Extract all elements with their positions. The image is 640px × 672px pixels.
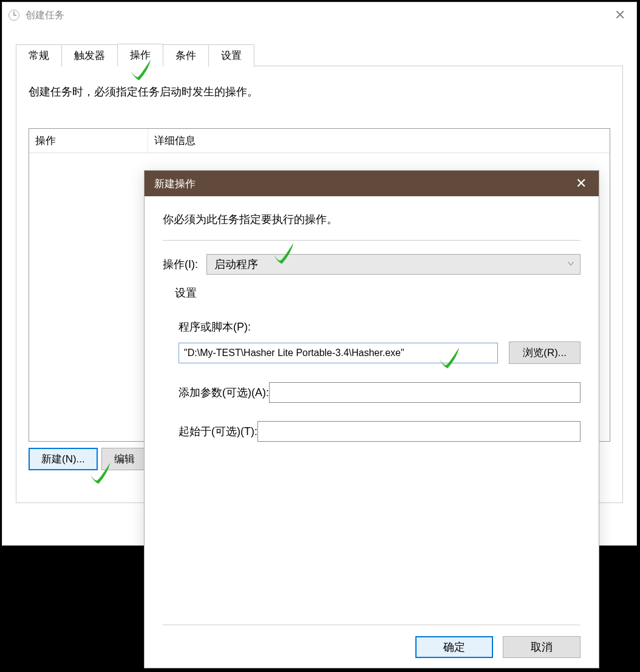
args-label: 添加参数(可选)(A): <box>179 385 269 400</box>
action-type-label: 操作(I): <box>163 257 198 272</box>
settings-label: 设置 <box>175 286 580 300</box>
cancel-button[interactable]: 取消 <box>503 636 580 658</box>
background-left <box>0 546 144 672</box>
col-action[interactable]: 操作 <box>29 129 148 153</box>
tab-settings[interactable]: 设置 <box>208 44 254 67</box>
new-action-button[interactable]: 新建(N)... <box>29 448 98 470</box>
action-type-value: 启动程序 <box>214 257 258 272</box>
clock-icon <box>9 10 19 21</box>
col-details[interactable]: 详细信息 <box>148 129 610 153</box>
program-label: 程序或脚本(P): <box>179 320 580 334</box>
new-action-dialog: 新建操作 ✕ 你必须为此任务指定要执行的操作。 操作(I): 启动程序 设置 程… <box>144 170 599 668</box>
tab-general[interactable]: 常规 <box>16 44 62 67</box>
parent-titlebar: 创建任务 ✕ <box>2 2 636 28</box>
background-right <box>599 546 640 672</box>
actions-list-header: 操作 详细信息 <box>29 129 610 153</box>
edit-action-button[interactable]: 编辑 <box>101 448 148 470</box>
args-input[interactable] <box>269 382 580 403</box>
startin-input[interactable] <box>257 421 580 442</box>
child-body: 你必须为此任务指定要执行的操作。 操作(I): 启动程序 设置 程序或脚本(P)… <box>145 196 599 668</box>
child-desc: 你必须为此任务指定要执行的操作。 <box>163 212 580 241</box>
program-input[interactable] <box>179 343 498 363</box>
browse-button[interactable]: 浏览(R)... <box>509 341 580 364</box>
settings-group: 设置 程序或脚本(P): 浏览(R)... 添加参数(可选)(A): 起始于(可… <box>163 286 580 460</box>
parent-title: 创建任务 <box>26 9 64 22</box>
ok-button[interactable]: 确定 <box>415 636 493 658</box>
tab-triggers[interactable]: 触发器 <box>61 44 118 67</box>
action-type-row: 操作(I): 启动程序 <box>163 254 580 275</box>
child-title: 新建操作 <box>154 177 196 191</box>
child-titlebar: 新建操作 ✕ <box>145 171 599 196</box>
chevron-down-icon <box>568 262 574 266</box>
child-footer: 确定 取消 <box>163 625 580 658</box>
tab-actions[interactable]: 操作 <box>117 44 163 66</box>
tab-conditions[interactable]: 条件 <box>163 44 209 67</box>
close-icon[interactable]: ✕ <box>606 5 634 26</box>
tab-strip: 常规 触发器 操作 条件 设置 <box>16 44 630 66</box>
startin-label: 起始于(可选)(T): <box>179 424 257 439</box>
actions-desc: 创建任务时，必须指定任务启动时发生的操作。 <box>29 84 610 99</box>
action-type-select[interactable]: 启动程序 <box>206 254 580 275</box>
close-icon[interactable]: ✕ <box>566 171 596 196</box>
